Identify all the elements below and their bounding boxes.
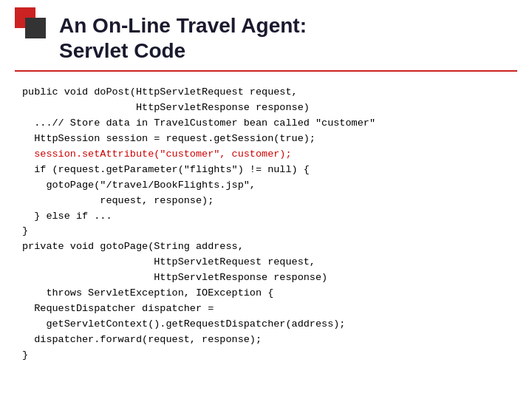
logo-decoration — [15, 7, 48, 48]
slide-title: An On-Line Travel Agent: Servlet Code — [59, 13, 510, 63]
title-line2: Servlet Code — [59, 38, 510, 64]
code-line-10: } — [22, 224, 510, 239]
code-line-5: session.setAttribute("customer", custome… — [22, 147, 510, 163]
code-line-14: throws ServletException, IOException { — [22, 286, 510, 301]
code-line-4: HttpSession session = request.getSession… — [22, 132, 510, 147]
code-line-1: public void doPost(HttpServletRequest re… — [22, 85, 510, 100]
code-block: public void doPost(HttpServletRequest re… — [0, 72, 532, 371]
code-line-2: HttpServletResponse response) — [22, 100, 510, 116]
slide: An On-Line Travel Agent: Servlet Code pu… — [0, 0, 532, 399]
code-line-15: RequestDispatcher dispatcher = — [22, 301, 510, 317]
code-line-8: request, response); — [22, 194, 510, 209]
code-line-18: } — [22, 348, 510, 364]
title-line1: An On-Line Travel Agent: — [59, 13, 510, 38]
header: An On-Line Travel Agent: Servlet Code — [0, 0, 532, 70]
dark-square-icon — [25, 18, 46, 38]
code-line-13: HttpServletResponse response) — [22, 270, 510, 286]
code-line-7: gotoPage("/travel/BookFlights.jsp", — [22, 178, 510, 194]
code-line-6: if (request.getParameter("flights") != n… — [22, 163, 510, 178]
code-line-3: ...// Store data in TravelCustomer bean … — [22, 116, 510, 132]
code-line-17: dispatcher.forward(request, response); — [22, 332, 510, 348]
code-line-9: } else if ... — [22, 209, 510, 225]
code-line-12: HttpServletRequest request, — [22, 255, 510, 270]
code-line-11: private void gotoPage(String address, — [22, 239, 510, 255]
code-line-16: getServletContext().getRequestDispatcher… — [22, 317, 510, 332]
